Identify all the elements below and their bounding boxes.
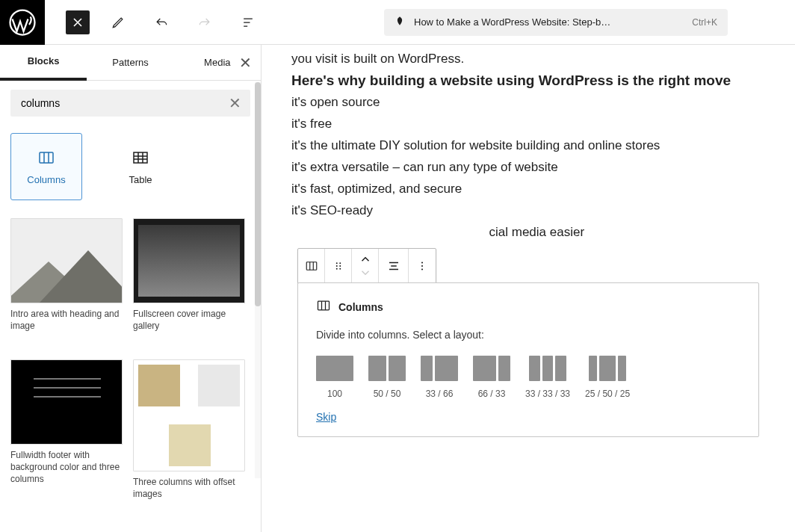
pattern-intro[interactable]: Intro area with heading and image bbox=[10, 218, 123, 350]
close-icon[interactable]: ✕ bbox=[239, 54, 252, 72]
layout-option-label: 66 / 33 bbox=[478, 389, 506, 399]
svg-rect-3 bbox=[306, 262, 317, 270]
li-5[interactable]: it's SEO-ready bbox=[291, 200, 765, 221]
columns-description: Divide into columns. Select a layout: bbox=[316, 329, 740, 341]
layout-option-label: 25 / 50 / 25 bbox=[585, 389, 630, 399]
pattern-three[interactable]: Three columns with offset images bbox=[133, 359, 245, 519]
pattern-intro-caption: Intro area with heading and image bbox=[10, 309, 119, 331]
inserter-tabs: Blocks Patterns Media ✕ bbox=[0, 45, 261, 81]
layout-option-label: 33 / 33 / 33 bbox=[525, 389, 570, 399]
para-intro[interactable]: you visit is built on WordPress. bbox=[291, 48, 765, 69]
heading-why[interactable]: Here's why building a website using Word… bbox=[291, 69, 765, 91]
leaf-icon bbox=[395, 16, 405, 28]
tab-blocks[interactable]: Blocks bbox=[0, 45, 87, 81]
li-1[interactable]: it's free bbox=[291, 113, 765, 134]
tab-patterns[interactable]: Patterns bbox=[87, 45, 173, 81]
inserter-sidebar: Blocks Patterns Media ✕ ✕ Columns Table bbox=[0, 45, 262, 532]
layout-option-1[interactable]: 50 / 50 bbox=[368, 356, 406, 399]
block-table[interactable]: Table bbox=[105, 133, 176, 200]
li-4[interactable]: it's fast, optimized, and secure bbox=[291, 178, 765, 200]
block-columns[interactable]: Columns bbox=[10, 133, 82, 200]
pattern-footer-thumb bbox=[10, 359, 123, 445]
search-input-container: ✕ bbox=[10, 90, 250, 117]
columns-skip-link[interactable]: Skip bbox=[316, 411, 740, 423]
layout-option-5[interactable]: 25 / 50 / 25 bbox=[585, 356, 630, 399]
pattern-results: Intro area with heading and image Fullsc… bbox=[0, 205, 261, 532]
undo-button[interactable] bbox=[146, 7, 176, 37]
svg-point-9 bbox=[339, 268, 341, 270]
li-0[interactable]: it's open source bbox=[291, 91, 765, 113]
block-results: Columns Table bbox=[0, 120, 261, 205]
block-toolbar bbox=[297, 248, 436, 284]
svg-rect-2 bbox=[134, 152, 147, 163]
columns-icon bbox=[316, 298, 331, 315]
svg-rect-13 bbox=[318, 301, 330, 310]
toolbar-more-button[interactable] bbox=[409, 249, 436, 283]
block-table-label: Table bbox=[129, 174, 152, 185]
toolbar-blocktype-button[interactable] bbox=[298, 249, 325, 283]
wordpress-logo[interactable] bbox=[0, 0, 45, 45]
document-title: How to Make a WordPress Website: Step-b… bbox=[414, 16, 610, 28]
columns-title: Columns bbox=[338, 301, 383, 313]
pattern-footer-caption: Fullwidth footer with background color a… bbox=[10, 450, 120, 484]
close-inserter-button[interactable] bbox=[66, 10, 90, 34]
pattern-three-thumb bbox=[133, 359, 245, 471]
clear-search-icon[interactable]: ✕ bbox=[229, 94, 241, 112]
document-overview-button[interactable] bbox=[233, 7, 263, 37]
pattern-cover[interactable]: Fullscreen cover image gallery bbox=[133, 218, 245, 350]
layout-option-label: 33 / 66 bbox=[426, 389, 454, 399]
svg-point-8 bbox=[335, 268, 337, 270]
svg-point-11 bbox=[421, 265, 423, 267]
toolbar-move-buttons[interactable] bbox=[352, 249, 379, 283]
toolbar-align-button[interactable] bbox=[379, 249, 409, 283]
keyboard-shortcut: Ctrl+K bbox=[692, 17, 717, 28]
svg-point-12 bbox=[421, 268, 423, 270]
svg-point-4 bbox=[335, 262, 337, 264]
pattern-intro-thumb bbox=[10, 218, 123, 303]
pattern-three-caption: Three columns with offset images bbox=[133, 477, 235, 499]
toolbar-drag-handle[interactable] bbox=[325, 249, 352, 283]
pattern-cover-thumb bbox=[133, 218, 245, 303]
columns-placeholder: Columns Divide into columns. Select a la… bbox=[297, 282, 759, 437]
pattern-cover-caption: Fullscreen cover image gallery bbox=[133, 309, 226, 331]
layout-option-label: 100 bbox=[327, 389, 342, 399]
li-2[interactable]: it's the ultimate DIY solution for websi… bbox=[291, 134, 765, 156]
pattern-footer[interactable]: Fullwidth footer with background color a… bbox=[10, 359, 123, 519]
svg-point-10 bbox=[421, 262, 423, 263]
columns-layouts: 10050 / 5033 / 6666 / 3333 / 33 / 3325 /… bbox=[316, 356, 740, 399]
layout-option-2[interactable]: 33 / 66 bbox=[421, 356, 458, 399]
sidebar-scrollbar[interactable] bbox=[255, 82, 261, 478]
block-columns-label: Columns bbox=[27, 174, 65, 185]
redo-button[interactable] bbox=[190, 7, 220, 37]
edit-icon[interactable] bbox=[103, 7, 133, 37]
li-6[interactable]: cial media easier bbox=[291, 221, 765, 243]
li-3[interactable]: it's extra versatile – can run any type … bbox=[291, 156, 765, 178]
document-title-bar[interactable]: How to Make a WordPress Website: Step-b…… bbox=[384, 9, 728, 36]
svg-point-6 bbox=[335, 265, 337, 267]
layout-option-0[interactable]: 100 bbox=[316, 356, 353, 399]
search-input[interactable] bbox=[19, 96, 229, 110]
svg-point-5 bbox=[339, 262, 341, 264]
layout-option-4[interactable]: 33 / 33 / 33 bbox=[525, 356, 570, 399]
layout-option-label: 50 / 50 bbox=[374, 389, 401, 399]
svg-rect-1 bbox=[40, 152, 53, 163]
svg-point-7 bbox=[339, 265, 341, 267]
layout-option-3[interactable]: 66 / 33 bbox=[473, 356, 510, 399]
app-header: How to Make a WordPress Website: Step-b…… bbox=[0, 0, 795, 45]
